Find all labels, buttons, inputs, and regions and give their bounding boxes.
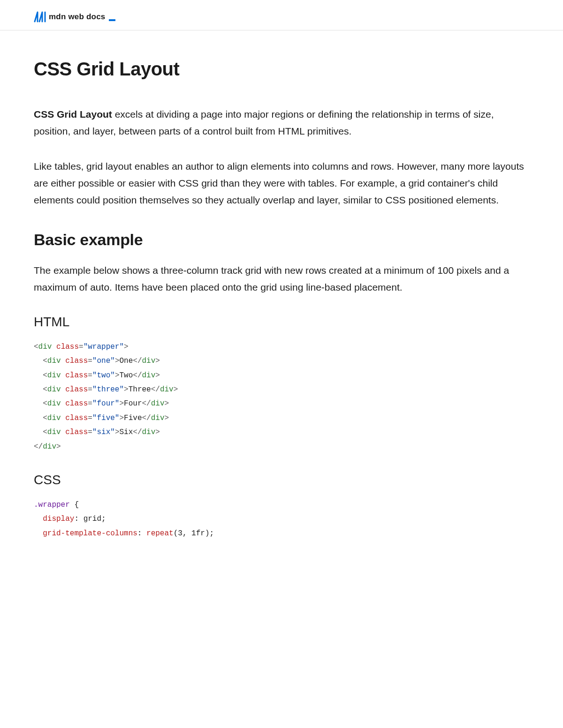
intro-paragraph: CSS Grid Layout excels at dividing a pag… [34,106,529,139]
paragraph-2: Like tables, grid layout enables an auth… [34,158,529,208]
heading-basic-example: Basic example [34,231,529,249]
code-block-html: <div class="wrapper"> <div class="one">O… [34,340,529,454]
mdn-logo-icon [34,11,46,23]
paragraph-3: The example below shows a three-column t… [34,262,529,295]
page-title: CSS Grid Layout [34,59,529,80]
header: mdn web docs [0,0,563,30]
main-content: CSS Grid Layout CSS Grid Layout excels a… [0,30,563,540]
intro-strong: CSS Grid Layout [34,109,112,120]
heading-css: CSS [34,473,529,488]
heading-html: HTML [34,315,529,330]
logo-link[interactable]: mdn web docs [34,11,529,23]
code-block-css: .wrapper { display: grid; grid-template-… [34,498,529,540]
logo-cursor-icon [109,19,115,21]
logo-text: mdn web docs [49,12,105,22]
